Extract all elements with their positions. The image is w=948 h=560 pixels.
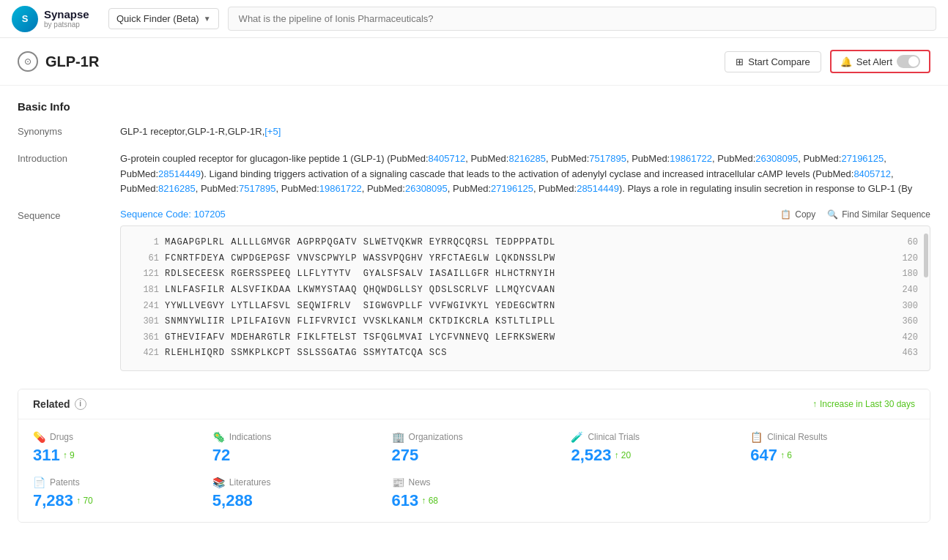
organizations-icon: 🏢 (392, 431, 404, 443)
logo-icon: S (12, 6, 38, 32)
seq-row-7: 361 GTHEVIFAFV MDEHARGTLR FIKLFTELST TSF… (133, 330, 918, 346)
sequence-code[interactable]: Sequence Code: 107205 (120, 209, 226, 220)
drugs-icon: 💊 (33, 431, 45, 443)
seq-row-4: 181 LNLFASFILR ALSVFIKDAA LKWMYSTAAQ QHQ… (133, 283, 918, 299)
seq-row-2: 61 FCNRTFDEYA CWPDGEPGSF VNVSCPWYLP WASS… (133, 251, 918, 267)
literatures-count: 5,288 (212, 491, 253, 510)
indications-label: Indications (229, 432, 271, 442)
set-alert-button[interactable]: 🔔 Set Alert (830, 50, 930, 73)
clinical-results-label: Clinical Results (767, 432, 827, 442)
basic-info-title: Basic Info (18, 100, 930, 113)
search-input[interactable] (228, 7, 936, 31)
chevron-down-icon: ▼ (204, 15, 211, 23)
news-label: News (409, 477, 431, 488)
brand-name: Synapse (44, 9, 89, 21)
clinical-trials-icon: 🧪 (571, 431, 583, 443)
patents-count: 7,283 (33, 491, 73, 510)
indications-count: 72 (212, 446, 230, 465)
increase-badge: ↑ Increase in Last 30 days (812, 399, 915, 409)
clinical-trials-label: Clinical Trials (588, 432, 640, 442)
copy-icon: 📋 (780, 209, 791, 220)
seq-row-6: 301 SNMNYWLIIR LPILFAIGVN FLIFVRVICI VVS… (133, 314, 918, 330)
clinical-results-increase: ↑ 6 (780, 450, 792, 460)
quick-finder-label: Quick Finder (Beta) (116, 13, 199, 24)
related-title-text: Related (33, 398, 70, 410)
pubmed-link-4[interactable]: 19861722 (670, 153, 712, 164)
patents-label: Patents (50, 477, 80, 488)
related-header: Related i ↑ Increase in Last 30 days (18, 389, 930, 419)
drugs-count: 311 (33, 446, 60, 465)
brand-sub: by patsnap (44, 20, 89, 29)
patents-icon: 📄 (33, 477, 45, 488)
drugs-increase: ↑ 9 (63, 450, 75, 460)
related-literatures[interactable]: 📚 Literatures 5,288 (212, 477, 377, 510)
related-clinical-trials[interactable]: 🧪 Clinical Trials 2,523 ↑ 20 (571, 431, 736, 465)
related-section: Related i ↑ Increase in Last 30 days 💊 D… (18, 389, 930, 523)
pubmed-link-11[interactable]: 19861722 (319, 183, 362, 194)
alert-toggle[interactable] (897, 55, 920, 68)
news-increase: ↑ 68 (421, 496, 438, 506)
pubmed-link-2[interactable]: 8216285 (508, 153, 546, 164)
seq-row-5: 241 YYWLLVEGVY LYTLLAFSVL SEQWIFRLV SIGW… (133, 299, 918, 315)
related-info-icon[interactable]: i (75, 398, 86, 410)
increase-arrow-icon: ↑ (812, 399, 817, 409)
clinical-results-count: 647 (750, 446, 777, 465)
pubmed-link-13[interactable]: 27196125 (491, 183, 533, 194)
news-count: 613 (392, 491, 419, 510)
related-grid-row1: 💊 Drugs 311 ↑ 9 🦠 Indications 72 (18, 419, 930, 477)
alert-icon: 🔔 (840, 56, 852, 67)
related-drugs[interactable]: 💊 Drugs 311 ↑ 9 (33, 431, 198, 465)
start-compare-button[interactable]: ⊞ Start Compare (725, 51, 821, 72)
related-news[interactable]: 📰 News 613 ↑ 68 (392, 477, 557, 510)
pubmed-link-9[interactable]: 8216285 (158, 183, 196, 194)
seq-row-8: 421 RLEHLHIQRD SSMKPLKCPT SSLSSGATAG SSM… (133, 346, 918, 362)
clinical-trials-count: 2,523 (571, 446, 611, 465)
pubmed-link-14[interactable]: 28514449 (577, 183, 619, 194)
quick-finder-button[interactable]: Quick Finder (Beta) ▼ (108, 8, 219, 29)
content-area: Basic Info Synonyms GLP-1 receptor,GLP-1… (0, 86, 948, 537)
scrollbar[interactable] (924, 234, 928, 277)
copy-button[interactable]: 📋 Copy (780, 209, 815, 220)
indications-icon: 🦠 (212, 431, 225, 443)
organizations-label: Organizations (409, 432, 463, 442)
synonyms-label: Synonyms (18, 124, 120, 137)
find-similar-icon: 🔍 (827, 209, 838, 220)
clinical-trials-increase: ↑ 20 (614, 450, 631, 460)
pubmed-link-1[interactable]: 8405712 (429, 153, 466, 164)
patents-increase: ↑ 70 (76, 496, 93, 506)
pubmed-link-6[interactable]: 27196125 (841, 153, 884, 164)
pubmed-link-10[interactable]: 7517895 (239, 183, 276, 194)
find-similar-button[interactable]: 🔍 Find Similar Sequence (827, 209, 930, 220)
synonyms-more-link[interactable]: [+5] (264, 126, 281, 137)
related-clinical-results[interactable]: 📋 Clinical Results 647 ↑ 6 (750, 431, 915, 465)
pubmed-link-7[interactable]: 28514449 (158, 168, 201, 179)
introduction-value: G-protein coupled receptor for glucagon-… (120, 152, 930, 197)
literatures-icon: 📚 (212, 477, 225, 488)
news-icon: 📰 (392, 477, 404, 488)
seq-row-1: 1 MAGAPGPLRL ALLLLGMVGR AGPRPQGATV SLWET… (133, 235, 918, 251)
introduction-row: Introduction G-protein coupled receptor … (18, 152, 930, 197)
title-bar: ⊙ GLP-1R ⊞ Start Compare 🔔 Set Alert (0, 38, 948, 86)
seq-row-3: 121 RDLSECEESK RGERSSPEEQ LLFLYTYTV GYAL… (133, 266, 918, 283)
clinical-results-icon: 📋 (750, 431, 763, 443)
increase-label: Increase in Last 30 days (820, 399, 915, 409)
pubmed-link-8[interactable]: 8405712 (853, 168, 891, 179)
page-title: GLP-1R (45, 53, 99, 70)
logo-area: S Synapse by patsnap (12, 6, 100, 32)
pubmed-link-5[interactable]: 26308095 (755, 153, 798, 164)
related-indications[interactable]: 🦠 Indications 72 (212, 431, 377, 465)
pubmed-link-3[interactable]: 7517895 (589, 153, 626, 164)
related-grid-row2: 📄 Patents 7,283 ↑ 70 📚 Literatures 5,288 (18, 477, 930, 522)
related-organizations[interactable]: 🏢 Organizations 275 (392, 431, 557, 465)
app-header: S Synapse by patsnap Quick Finder (Beta)… (0, 0, 948, 38)
introduction-label: Introduction (18, 152, 120, 164)
sequence-box[interactable]: 1 MAGAPGPLRL ALLLLGMVGR AGPRPQGATV SLWET… (120, 225, 930, 371)
pubmed-link-12[interactable]: 26308095 (405, 183, 448, 194)
literatures-label: Literatures (229, 477, 271, 488)
target-icon: ⊙ (18, 51, 38, 72)
synonyms-row: Synonyms GLP-1 receptor,GLP-1-R,GLP-1R,[… (18, 124, 930, 140)
synonyms-value: GLP-1 receptor,GLP-1-R,GLP-1R,[+5] (120, 124, 930, 140)
sequence-row: Sequence Sequence Code: 107205 📋 Copy 🔍 … (18, 209, 930, 371)
organizations-count: 275 (392, 446, 419, 465)
related-patents[interactable]: 📄 Patents 7,283 ↑ 70 (33, 477, 198, 510)
